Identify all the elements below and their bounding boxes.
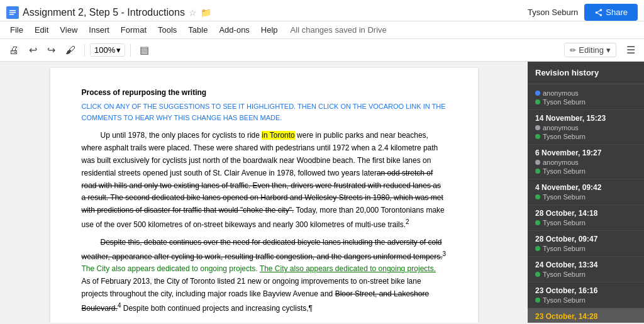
docs-icon	[6, 6, 19, 19]
user-dot	[535, 125, 540, 130]
revision-date: 14 November, 15:23	[535, 114, 636, 123]
separator	[84, 44, 85, 57]
revision-user: Tyson Seburn	[535, 245, 636, 252]
revision-item[interactable]: anonymous Tyson Seburn	[528, 84, 644, 110]
user-dot	[535, 246, 540, 251]
revision-user: Tyson Seburn	[535, 296, 636, 304]
menu-table[interactable]: Table	[183, 23, 213, 37]
undo-button[interactable]: ↩	[25, 42, 41, 59]
menu-bar: File Edit View Insert Format Tools Table…	[0, 21, 644, 39]
user-dot	[535, 194, 540, 199]
revision-users: Tyson Seburn	[535, 193, 636, 201]
user-dot	[535, 99, 540, 104]
menu-addons[interactable]: Add-ons	[214, 23, 254, 37]
revision-users: Tyson Seburn	[535, 296, 636, 304]
revision-item[interactable]: 28 October, 09:47 Tyson Seburn	[528, 231, 644, 257]
title-left: Assignment 2, Step 5 - Introductions ☆ 📁	[6, 6, 211, 19]
menu-insert[interactable]: Insert	[84, 23, 114, 37]
revision-sidebar: Revision history anonymous Tyson Seburn	[528, 62, 644, 323]
paragraph-1: Up until 1978, the only places for cycli…	[82, 130, 447, 231]
green-city-2: The City also appears dedicated to ongoi…	[260, 264, 436, 273]
folder-icon[interactable]: 📁	[201, 8, 211, 18]
revision-user: Tyson Seburn	[535, 98, 636, 106]
revision-item-active[interactable]: 23 October, 14:28 Tyson Seburn Restore t…	[528, 308, 644, 323]
menu-help[interactable]: Help	[256, 23, 283, 37]
separator2	[130, 44, 131, 57]
menu-view[interactable]: View	[55, 23, 82, 37]
revision-user: anonymous	[535, 124, 636, 131]
paragraph-3: —— theDespite perception remains thatof …	[82, 320, 447, 323]
user-dot	[535, 91, 540, 96]
sidebar-header: Revision history	[528, 62, 644, 84]
revision-date: 23 October, 16:16	[535, 286, 636, 295]
revision-user: Tyson Seburn	[535, 167, 636, 175]
paragraph-2: Despite this, debate continues over the …	[82, 237, 447, 315]
revision-item[interactable]: 24 October, 13:34 Tyson Seburn	[528, 257, 644, 282]
user-name: Tyson Seburn	[528, 8, 578, 17]
paint-format-button[interactable]: 🖌	[62, 42, 79, 59]
revision-date: 6 November, 19:27	[535, 148, 636, 157]
toolbar: 🖨 ↩ ↪ 🖌 100% ▾ ▤ ✏ Editing ▾ ☰	[0, 39, 644, 62]
revision-date: 28 October, 09:47	[535, 235, 636, 243]
revision-user: Tyson Seburn	[535, 271, 636, 278]
redo-button[interactable]: ↪	[43, 42, 59, 59]
revision-list: anonymous Tyson Seburn 14 November, 15:2…	[528, 84, 644, 323]
menu-file[interactable]: File	[5, 23, 28, 37]
process-heading: Process of repurposing the writing	[82, 87, 447, 99]
strike-despite: Despite perception	[109, 321, 172, 323]
revision-users: Tyson Seburn	[535, 322, 636, 323]
comment-button[interactable]: ☰	[623, 42, 639, 59]
dash-line: ——	[82, 321, 97, 323]
document-paper: Process of repurposing the writing CLICK…	[50, 68, 478, 323]
svg-rect-2	[9, 12, 16, 13]
page-format-button[interactable]: ▤	[136, 42, 153, 59]
menu-tools[interactable]: Tools	[153, 23, 182, 37]
revision-item[interactable]: 23 October, 16:16 Tyson Seburn	[528, 282, 644, 308]
revision-user: Tyson Seburn	[535, 133, 636, 140]
user-dot	[535, 272, 540, 277]
revision-date: 28 October, 14:18	[535, 209, 636, 218]
menu-edit[interactable]: Edit	[30, 23, 53, 37]
main-area: Process of repurposing the writing CLICK…	[0, 62, 644, 323]
revision-item[interactable]: 28 October, 14:18 Tyson Seburn	[528, 205, 644, 231]
revision-users: Tyson Seburn	[535, 245, 636, 252]
revision-user: Tyson Seburn	[535, 219, 636, 226]
revision-date-active: 23 October, 14:28	[535, 312, 636, 321]
svg-rect-1	[9, 10, 16, 11]
strikethrough-2: Despite this, debate continues over the …	[82, 238, 443, 261]
revision-users: anonymous Tyson Seburn	[535, 89, 636, 106]
revision-date: 4 November, 09:42	[535, 183, 636, 192]
strike-of: of bike lanes caus	[216, 321, 276, 323]
user-dot	[535, 169, 540, 174]
revision-user: Tyson Seburn	[535, 193, 636, 201]
revision-item[interactable]: 14 November, 15:23 anonymous Tyson Sebur…	[528, 110, 644, 145]
share-button[interactable]: Share	[584, 4, 638, 21]
document-text: Up until 1978, the only places for cycli…	[82, 130, 447, 323]
revision-date: 24 October, 13:34	[535, 260, 636, 269]
pencil-icon: ✏	[570, 46, 576, 55]
revision-users: Tyson Seburn	[535, 219, 636, 226]
revision-item[interactable]: 4 November, 09:42 Tyson Seburn	[528, 179, 644, 205]
revision-users: anonymous Tyson Seburn	[535, 159, 636, 175]
title-bar: Assignment 2, Step 5 - Introductions ☆ 📁…	[0, 0, 644, 21]
user-dot	[535, 134, 540, 139]
editing-mode-button[interactable]: ✏ Editing ▾	[564, 43, 616, 57]
revision-user: anonymous	[535, 159, 636, 166]
click-instruction: CLICK ON ANY OF THE SUGGESTIONS TO SEE I…	[82, 101, 447, 123]
star-icon[interactable]: ☆	[189, 8, 197, 18]
highlight-toronto: in Toronto	[262, 131, 294, 140]
title-right: Tyson Seburn Share	[528, 4, 638, 21]
zoom-selector[interactable]: 100% ▾	[90, 43, 125, 57]
revision-user: anonymous	[535, 89, 636, 97]
green-city-1: The City also appears dedicated to ongoi…	[82, 264, 258, 273]
revision-users: Tyson Seburn	[535, 271, 636, 278]
user-dot	[535, 298, 540, 303]
menu-format[interactable]: Format	[116, 23, 152, 37]
revision-users: anonymous Tyson Seburn	[535, 124, 636, 140]
revision-user: Tyson Seburn	[535, 322, 636, 323]
print-button[interactable]: 🖨	[5, 42, 23, 59]
document-area: Process of repurposing the writing CLICK…	[0, 62, 528, 323]
revision-item[interactable]: 6 November, 19:27 anonymous Tyson Seburn	[528, 145, 644, 179]
saved-message: All changes saved in Drive	[291, 25, 387, 35]
svg-rect-3	[9, 14, 14, 15]
